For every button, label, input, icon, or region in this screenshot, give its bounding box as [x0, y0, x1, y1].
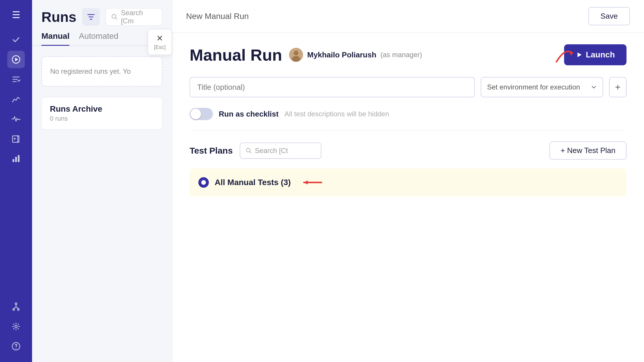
archive-subtitle: 0 runs: [50, 115, 154, 122]
svg-marker-1: [15, 58, 18, 61]
manager-name: Mykhailo Poliarush: [307, 50, 376, 59]
topbar: New Manual Run Save: [172, 0, 644, 33]
avatar: [289, 48, 303, 62]
panel-content: Manual Run Mykhailo Poliarush (as manage…: [172, 33, 644, 362]
search-bar[interactable]: Search [Cm: [106, 8, 162, 26]
save-button[interactable]: Save: [588, 7, 630, 25]
svg-point-9: [15, 325, 17, 328]
left-panel-header: Runs Search [Cm: [32, 0, 172, 31]
toggle-knob: [190, 109, 201, 119]
plan-name: All Manual Tests (3): [215, 178, 291, 187]
svg-rect-5: [18, 155, 20, 162]
red-arrow-launch-icon: [551, 41, 577, 68]
plan-radio-selected: [198, 177, 209, 188]
plan-radio-inner: [201, 180, 206, 185]
sidebar-bottom: [7, 298, 25, 355]
title-input[interactable]: [190, 77, 475, 97]
svg-marker-17: [578, 52, 582, 57]
svg-marker-19: [304, 180, 308, 184]
divider: [190, 131, 626, 131]
runs-archive[interactable]: Runs Archive 0 runs: [41, 97, 162, 130]
gear-icon[interactable]: [7, 318, 25, 335]
close-popup[interactable]: ✕ [Esc]: [148, 29, 172, 55]
no-runs-area: No registered runs yet. Yo: [41, 56, 162, 87]
hamburger-icon[interactable]: ☰: [10, 7, 23, 23]
svg-point-11: [16, 348, 17, 349]
chart-line-icon[interactable]: [7, 90, 25, 108]
heading-row: Manual Run Mykhailo Poliarush (as manage…: [190, 44, 626, 65]
env-select[interactable]: Set environment for execution: [481, 77, 603, 97]
svg-rect-4: [15, 157, 17, 162]
checklist-row: Run as checklist All test descriptions w…: [190, 108, 626, 120]
svg-point-14: [294, 51, 298, 55]
sidebar: ☰: [0, 0, 32, 362]
checklist-toggle[interactable]: [190, 108, 213, 120]
filter-button[interactable]: [82, 8, 100, 26]
test-plan-item[interactable]: All Manual Tests (3): [190, 168, 626, 196]
page-title: Runs: [41, 9, 76, 25]
svg-rect-3: [13, 159, 14, 162]
panel-heading: Manual Run: [190, 45, 282, 64]
manager-role: (as manager): [380, 51, 422, 59]
heading-left: Manual Run Mykhailo Poliarush (as manage…: [190, 45, 422, 64]
import-icon[interactable]: [7, 130, 25, 147]
svg-point-15: [292, 56, 300, 62]
checkmark-icon[interactable]: [7, 31, 25, 48]
search-placeholder: Search [Cm: [121, 9, 157, 25]
left-panel: Runs Search [Cm ✕ [Esc] Manual Automated…: [32, 0, 172, 362]
add-environment-button[interactable]: +: [609, 77, 626, 97]
topbar-title: New Manual Run: [186, 12, 249, 21]
form-row: Set environment for execution +: [190, 77, 626, 97]
close-icon[interactable]: ✕: [156, 34, 163, 43]
tab-manual[interactable]: Manual: [41, 31, 69, 46]
esc-label: [Esc]: [154, 44, 166, 50]
archive-title: Runs Archive: [50, 104, 154, 114]
list-check-icon[interactable]: [7, 71, 25, 88]
bar-chart-icon[interactable]: [7, 150, 25, 167]
help-icon[interactable]: [7, 338, 25, 355]
right-panel: New Manual Run Save Manual Run Mykhailo …: [172, 0, 644, 362]
new-test-plan-button[interactable]: + New Test Plan: [550, 141, 626, 160]
red-arrow-plan-icon: [300, 177, 323, 188]
pulse-icon[interactable]: [7, 110, 25, 128]
test-plans-search[interactable]: Search [Ct: [240, 143, 321, 159]
test-plans-row: Test Plans Search [Ct + New Test Plan: [190, 141, 626, 160]
test-plans-label: Test Plans: [190, 146, 233, 156]
fork-icon[interactable]: [7, 298, 25, 315]
checklist-hint: All test descriptions will be hidden: [284, 110, 389, 118]
tab-automated[interactable]: Automated: [79, 31, 118, 46]
svg-marker-16: [570, 52, 573, 56]
play-icon[interactable]: [7, 51, 25, 68]
manager-row: Mykhailo Poliarush (as manager): [289, 48, 422, 62]
checklist-label: Run as checklist: [219, 110, 279, 119]
